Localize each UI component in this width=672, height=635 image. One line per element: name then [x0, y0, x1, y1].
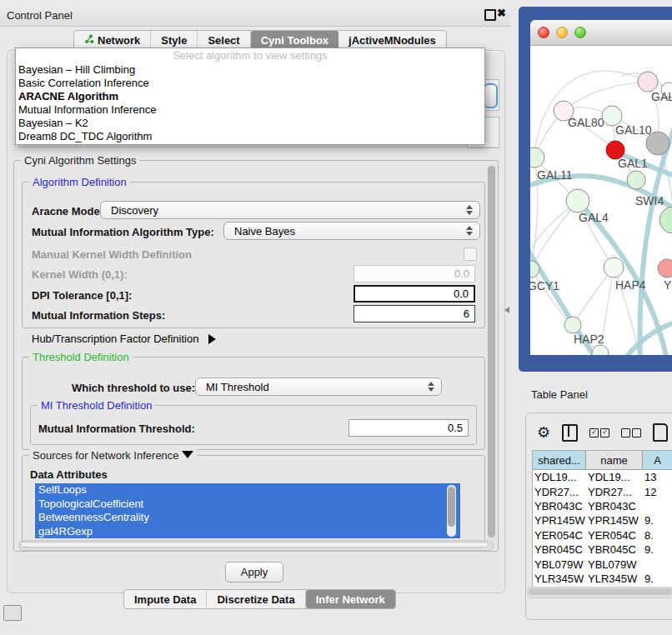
node-GAL11[interactable] — [530, 148, 544, 168]
hub-definition-label: Hub/Transcription Factor Definition — [32, 332, 198, 345]
tab-cyni-toolbox[interactable]: Cyni Toolbox — [251, 31, 339, 49]
settings-vscrollbar-thumb[interactable] — [488, 166, 495, 538]
node-GAL1[interactable] — [627, 171, 645, 189]
attribute-item-betweennesscentrality[interactable]: BetweennessCentrality — [35, 511, 460, 525]
node-label-GAL11: GAL11 — [537, 168, 573, 182]
table-row[interactable]: YER054CYER054C8. — [533, 528, 672, 542]
kernel-width-label: Kernel Width (0,1): — [32, 268, 128, 281]
settings-hscrollbar-thumb[interactable] — [20, 542, 489, 548]
kernel-width-field[interactable]: 0.0 — [354, 265, 475, 282]
data-attributes-list: SelfLoopsTopologicalCoefficientBetweenne… — [35, 483, 460, 538]
algorithm-item-mutual-information-inference[interactable]: Mutual Information Inference — [16, 103, 484, 117]
close-window-icon[interactable] — [538, 27, 549, 38]
attribute-item-gal4rgexp[interactable]: gal4RGexp — [35, 525, 460, 539]
column-header-a[interactable]: A — [643, 451, 672, 469]
gear-icon[interactable]: ⚙ — [537, 425, 550, 440]
network-window-titlebar[interactable] — [530, 20, 672, 46]
table-row[interactable]: YDR27...YDR27...12 — [533, 484, 672, 498]
table-row[interactable]: YLR345WYLR345W9. — [533, 572, 672, 586]
close-panel-icon[interactable]: ✖ — [497, 7, 506, 19]
algorithm-item-dream8-dc-tdc-algorithm[interactable]: Dream8 DC_TDC Algorithm — [16, 130, 484, 143]
sources-title[interactable]: Sources for Network Inference — [29, 449, 197, 462]
table-hscrollbar[interactable] — [527, 587, 672, 598]
tab-network[interactable]: Network — [74, 31, 151, 49]
manual-kernel-label: Manual Kernel Width Definition — [32, 248, 192, 261]
hub-definition-toggle[interactable]: Hub/Transcription Factor Definition — [32, 332, 216, 345]
threshold-definition-title: Threshold Definition — [29, 351, 133, 363]
column-header-name[interactable]: name — [586, 451, 643, 469]
which-threshold-combo[interactable]: MI Threshold — [195, 378, 442, 396]
tab-label: Network — [98, 34, 140, 47]
control-panel-title: Control Panel — [7, 9, 73, 22]
columns-icon[interactable] — [562, 424, 578, 442]
zoom-window-icon[interactable] — [574, 27, 586, 38]
node-label-GAL1: GAL1 — [618, 157, 648, 170]
mi-type-combo[interactable]: Naive Bayes — [223, 222, 480, 240]
mi-threshold-field[interactable]: 0.5 — [349, 419, 469, 437]
aracne-mode-label: Aracne Mode: — [32, 205, 103, 218]
checked-pair-icon[interactable]: ✓✓ — [589, 428, 609, 438]
table-row[interactable]: YBL079WYBL079W — [533, 557, 672, 571]
tab-style[interactable]: Style — [151, 31, 198, 49]
table-row[interactable]: YPR145WYPR145W9. — [533, 513, 672, 528]
algorithm-item-bayesian-k2[interactable]: Bayesian – K2 — [16, 117, 484, 130]
float-panel-icon[interactable] — [484, 9, 496, 21]
aracne-mode-value: Discovery — [111, 204, 158, 217]
attributes-vscrollbar[interactable] — [447, 485, 456, 537]
attribute-item-selfloops[interactable]: SelfLoops — [35, 483, 460, 498]
node-bottom-node[interactable] — [592, 345, 609, 355]
table-cell: YPR145W — [533, 514, 586, 527]
table-row[interactable]: YBR043CYBR043C — [533, 499, 672, 513]
node-gray-node[interactable] — [646, 132, 669, 155]
settings-group-title: Cyni Algorithm Settings — [21, 154, 139, 167]
node-label-SWI4: SWI4 — [635, 194, 664, 208]
attribute-item-topologicalcoefficient[interactable]: TopologicalCoefficient — [35, 498, 460, 512]
node-SWI4[interactable] — [659, 207, 672, 233]
column-header-shared[interactable]: shared... — [533, 451, 586, 469]
stepper-icon — [428, 382, 434, 392]
algorithm-definition-title: Algorithm Definition — [29, 176, 130, 188]
panel-corner-icon[interactable] — [3, 605, 22, 621]
settings-vscrollbar[interactable] — [487, 163, 496, 547]
divider-collapse-icon[interactable] — [504, 307, 509, 313]
attributes-vscrollbar-thumb[interactable] — [448, 487, 455, 527]
table-row[interactable]: YDL19...YDL19...13 — [533, 470, 672, 484]
table-hscrollbar-thumb[interactable] — [529, 588, 672, 595]
minimize-window-icon[interactable] — [556, 27, 568, 38]
algorithm-item-basic-correlation-inference[interactable]: Basic Correlation Inference — [16, 77, 484, 90]
table-cell: 9. — [643, 572, 672, 585]
table-cell: YBR045C — [533, 543, 586, 556]
aracne-mode-combo[interactable]: Discovery — [100, 201, 480, 219]
tab-jactivemnodules[interactable]: jActiveMNodules — [339, 31, 446, 49]
settings-hscrollbar[interactable] — [18, 540, 494, 551]
node-label-gal-cut: GAL — [651, 90, 672, 103]
node-GAL4[interactable] — [566, 189, 589, 212]
tab-discretize-data[interactable]: Discretize Data — [207, 590, 305, 608]
manual-kernel-checkbox[interactable] — [464, 248, 477, 261]
apply-button[interactable]: Apply — [225, 562, 283, 582]
expanded-arrow-icon — [182, 451, 193, 458]
network-canvas[interactable]: GALGAL80GAL10GAL11GAL1SWI4GAL4GCY1HAP4YH… — [530, 45, 672, 355]
algorithm-item-aracne-algorithm[interactable]: ARACNE Algorithm — [16, 90, 484, 103]
unchecked-pair-icon[interactable] — [621, 428, 641, 438]
node-gal-cut[interactable] — [638, 72, 658, 92]
node-HAP4[interactable] — [604, 258, 624, 278]
bottom-tabs: Impute DataDiscretize DataInfer Network — [123, 589, 396, 609]
page-icon[interactable] — [653, 423, 668, 442]
node-HAP2[interactable] — [564, 317, 581, 333]
table-cell: YBL079W — [533, 558, 586, 571]
dpi-tolerance-field[interactable]: 0.0 — [354, 285, 475, 302]
table-cell: YBR045C — [586, 543, 643, 556]
table-cell: YER054C — [533, 529, 586, 542]
mi-steps-field[interactable]: 6 — [354, 305, 475, 322]
node-label-HAP4: HAP4 — [615, 278, 646, 292]
tab-select[interactable]: Select — [198, 31, 250, 49]
tab-infer-network[interactable]: Infer Network — [306, 590, 395, 608]
table-cell: 9. — [643, 543, 672, 556]
table-row[interactable]: YBR045CYBR045C9. — [533, 542, 672, 557]
table-cell: YBR043C — [533, 500, 586, 512]
node-Y-cut[interactable] — [658, 259, 672, 278]
algorithm-item-bayesian-hill-climbing[interactable]: Bayesian – Hill Climbing — [16, 63, 484, 77]
tab-impute-data[interactable]: Impute Data — [124, 590, 207, 608]
table-cell: YER054C — [586, 529, 643, 542]
